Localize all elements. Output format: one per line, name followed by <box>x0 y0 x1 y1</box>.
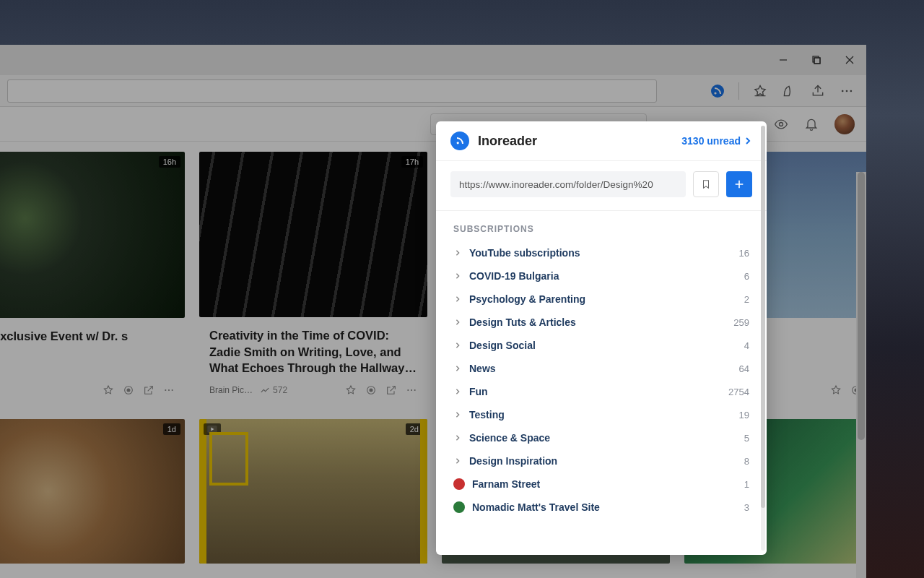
article-card[interactable]: 16h, An Exclusive Event w/ Dr. s <box>0 152 185 405</box>
article-card[interactable]: 17hCreativity in the Time of COVID: Zadi… <box>199 152 427 405</box>
subscription-item[interactable]: COVID-19 Bulgaria6 <box>443 264 759 288</box>
open-external-icon[interactable] <box>385 384 397 396</box>
subscription-name: Farnam Street <box>472 478 744 490</box>
chevron-right-icon <box>453 249 462 257</box>
popup-header: Inoreader 3130 unread <box>436 121 767 161</box>
card-thumbnail: 1d <box>0 419 185 564</box>
popup-scrollbar-thumb[interactable] <box>761 126 765 508</box>
chevron-right-icon <box>453 457 462 465</box>
card-actions <box>103 384 175 396</box>
time-badge: 1d <box>163 423 180 435</box>
window-minimize-button[interactable] <box>767 45 800 75</box>
subscription-item[interactable]: News64 <box>443 357 759 380</box>
inoreader-logo-icon <box>450 131 469 150</box>
card-thumbnail: 17h <box>199 152 427 317</box>
more-icon[interactable] <box>839 83 855 99</box>
popup-url-row: https://www.inoreader.com/folder/Design%… <box>436 161 767 211</box>
article-card[interactable]: 2d <box>199 419 427 564</box>
svg-point-17 <box>411 389 412 391</box>
browser-toolbar <box>0 75 866 107</box>
subscription-item[interactable]: Farnam Street1 <box>443 473 759 496</box>
popup-scrollbar[interactable] <box>761 126 765 551</box>
subscription-item[interactable]: Design Tuts & Articles259 <box>443 311 759 334</box>
toolbar-divider <box>738 82 739 100</box>
chevron-right-icon <box>453 387 462 396</box>
collections-icon[interactable] <box>781 83 797 99</box>
unread-label: 3130 unread <box>681 135 741 147</box>
subscription-count: 6 <box>744 271 749 282</box>
scrollbar-thumb[interactable] <box>858 172 865 440</box>
open-external-icon[interactable] <box>143 384 154 396</box>
inoreader-extension-icon[interactable] <box>710 83 725 99</box>
favorites-icon[interactable] <box>752 83 768 99</box>
subscription-item[interactable]: Psychology & Parenting2 <box>443 288 759 311</box>
subscription-name: Psychology & Parenting <box>469 293 744 305</box>
more-icon[interactable] <box>406 384 417 396</box>
card-actions <box>345 384 417 396</box>
svg-rect-1 <box>814 58 820 64</box>
subscription-item[interactable]: Science & Space5 <box>443 426 759 449</box>
subscription-count: 259 <box>733 317 749 328</box>
star-icon[interactable] <box>103 384 114 396</box>
add-button[interactable] <box>726 171 752 197</box>
star-icon[interactable] <box>345 384 357 396</box>
window-close-button[interactable] <box>833 45 866 75</box>
bell-icon[interactable] <box>804 117 819 131</box>
article-card[interactable]: 1d <box>0 419 185 564</box>
subscription-name: Design Tuts & Articles <box>469 316 733 328</box>
bookmark-button[interactable] <box>693 171 719 197</box>
svg-point-5 <box>842 90 844 92</box>
share-icon[interactable] <box>810 83 826 99</box>
feed-favicon <box>453 478 465 490</box>
inoreader-popup: Inoreader 3130 unread https://www.inorea… <box>436 121 767 555</box>
star-icon[interactable] <box>830 384 842 396</box>
chevron-right-icon <box>453 410 462 419</box>
card-thumbnail: 2d <box>199 419 427 564</box>
svg-point-4 <box>714 92 716 94</box>
plus-icon <box>733 178 745 190</box>
svg-point-6 <box>846 90 848 92</box>
chevron-right-icon <box>453 434 462 442</box>
subscription-item[interactable]: Design Social4 <box>443 334 759 357</box>
chevron-right-icon <box>453 341 462 350</box>
scrollbar[interactable] <box>856 172 866 578</box>
subscription-count: 19 <box>739 410 749 420</box>
svg-point-8 <box>780 122 783 126</box>
mark-read-icon[interactable] <box>123 384 134 396</box>
card-thumbnail: 16h <box>0 152 185 318</box>
subscription-item[interactable]: Nomadic Matt's Travel Site3 <box>443 496 759 519</box>
window-controls <box>767 45 866 75</box>
more-icon[interactable] <box>163 384 175 396</box>
url-field[interactable]: https://www.inoreader.com/folder/Design%… <box>450 171 686 197</box>
svg-point-3 <box>711 85 724 98</box>
svg-point-15 <box>370 389 372 392</box>
time-badge: 2d <box>406 423 423 435</box>
window-title-bar <box>0 45 866 75</box>
avatar[interactable] <box>834 114 855 134</box>
svg-point-12 <box>168 389 170 391</box>
feed-favicon <box>453 501 465 513</box>
subscription-name: Design Inspiration <box>469 455 744 467</box>
subscription-name: News <box>469 363 739 374</box>
card-source: Brain Pic… <box>209 385 253 395</box>
subscription-name: Fun <box>469 386 728 397</box>
subscription-count: 2 <box>744 294 749 305</box>
svg-point-10 <box>127 389 130 392</box>
subscription-item[interactable]: Testing19 <box>443 403 759 426</box>
subscription-item[interactable]: Fun2754 <box>443 380 759 403</box>
card-title: , An Exclusive Event w/ Dr. s <box>0 318 185 348</box>
subscription-name: Nomadic Matt's Travel Site <box>472 501 744 513</box>
window-maximize-button[interactable] <box>800 45 833 75</box>
address-bar[interactable] <box>7 79 657 103</box>
mark-read-icon[interactable] <box>365 384 377 396</box>
svg-point-18 <box>414 389 416 391</box>
card-footer <box>0 380 185 405</box>
subscription-count: 3 <box>744 502 749 513</box>
subscription-item[interactable]: Design Inspiration8 <box>443 449 759 473</box>
eye-icon[interactable] <box>774 117 788 131</box>
subscription-name: Testing <box>469 409 739 420</box>
popup-title: Inoreader <box>478 134 537 149</box>
subscription-item[interactable]: YouTube subscriptions16 <box>443 241 759 264</box>
unread-link[interactable]: 3130 unread <box>681 135 752 147</box>
card-title: Creativity in the Time of COVID: Zadie S… <box>199 317 427 380</box>
